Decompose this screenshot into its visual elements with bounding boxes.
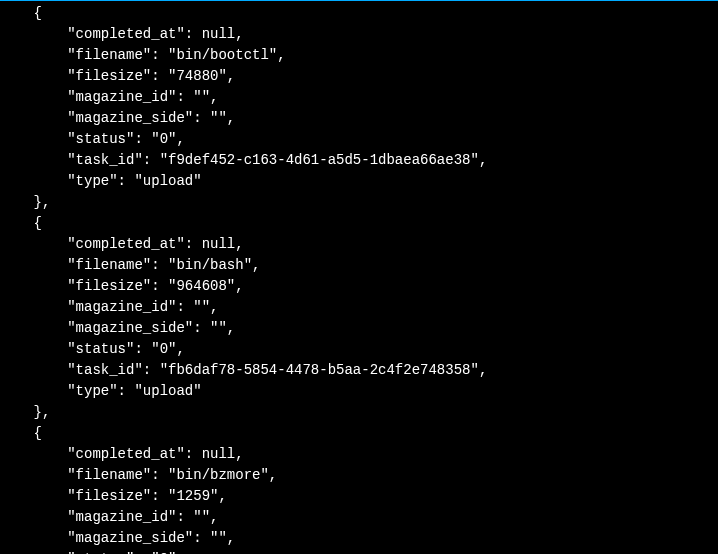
terminal-json-output: { "completed_at": null, "filename": "bin…: [0, 1, 718, 554]
